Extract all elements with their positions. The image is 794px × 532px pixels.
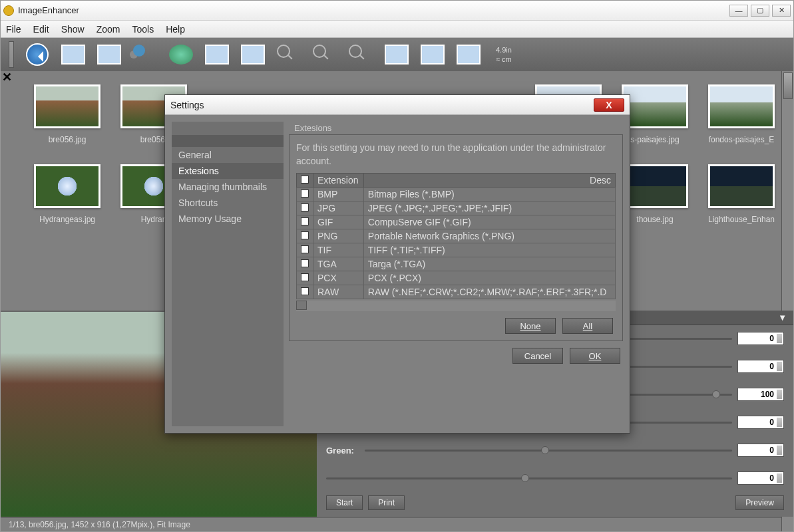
col-checkbox[interactable]	[297, 174, 313, 188]
value-3[interactable]: 100	[737, 388, 784, 401]
menu-zoom[interactable]: Zoom	[97, 24, 120, 35]
settings-main: Extesions For this setting you may need …	[289, 122, 623, 426]
close-button[interactable]: ✕	[772, 5, 791, 17]
prev-button[interactable]	[202, 41, 232, 68]
start-button[interactable]: Start	[326, 495, 363, 510]
frame2-button[interactable]	[417, 41, 448, 68]
thumbnail-label: s-paisajes.jpg	[630, 135, 679, 144]
row-description: JPEG (*.JPG;*.JPEG;*.JPE;*.JFIF)	[363, 201, 615, 215]
row-checkbox[interactable]	[297, 215, 313, 229]
preview-button[interactable]	[166, 41, 196, 68]
frame-icon	[385, 45, 409, 65]
statusbar: 1/13, bre056.jpg, 1452 x 916 (1,27Mpix.)…	[1, 517, 793, 531]
table-row[interactable]: PCXPCX (*.PCX)	[297, 271, 616, 285]
zoom-in-button[interactable]	[309, 41, 340, 68]
dialog-close-button[interactable]: X	[594, 98, 624, 112]
nav-memory[interactable]: Memory Usage	[172, 211, 284, 227]
menu-help[interactable]: Help	[166, 24, 185, 35]
settings-dialog: Settings X General Extesions Managing th…	[164, 94, 630, 434]
menu-tools[interactable]: Tools	[132, 24, 154, 35]
next-button[interactable]	[238, 41, 268, 68]
scrollbar-thumb[interactable]	[783, 72, 793, 99]
zoom-fit-button[interactable]	[274, 41, 304, 68]
thumbnail-image[interactable]	[708, 164, 775, 208]
preview-button-lower[interactable]: Preview	[735, 495, 784, 510]
slider-green[interactable]	[365, 450, 732, 452]
value-6[interactable]: 0	[737, 471, 784, 485]
magnifier-plus-icon	[313, 45, 337, 65]
all-button[interactable]: All	[562, 318, 613, 334]
thumbnail-cell[interactable]: bre056.jpg	[34, 84, 100, 144]
magnifier-minus-icon	[349, 45, 373, 65]
row-description: Targa (*.TGA)	[363, 257, 615, 271]
table-row[interactable]: BMPBitmap Files (*.BMP)	[297, 188, 616, 201]
add-image-button[interactable]	[58, 41, 89, 68]
value-2[interactable]: 0	[737, 360, 784, 373]
settings-button[interactable]	[130, 41, 160, 68]
row-checkbox[interactable]	[297, 201, 313, 215]
magnifier-icon	[277, 45, 301, 65]
row-checkbox[interactable]	[297, 229, 313, 243]
nav-extensions[interactable]: Extesions	[172, 163, 284, 179]
minimize-button[interactable]: —	[729, 5, 748, 17]
thumbnail-image[interactable]	[622, 164, 688, 208]
thumbnail-label: bre056.jpg	[49, 135, 87, 144]
row-description: Bitmap Files (*.BMP)	[363, 188, 615, 201]
thumbnail-cell[interactable]: fondos-paisajes_E	[708, 84, 775, 144]
ok-button[interactable]: OK	[570, 348, 620, 364]
print-button[interactable]: Print	[368, 495, 405, 510]
thumbnail-cell[interactable]: Lighthouse_Enhan	[708, 164, 775, 224]
row-checkbox[interactable]	[297, 285, 313, 299]
row-checkbox[interactable]	[297, 243, 313, 257]
none-button[interactable]: None	[505, 318, 556, 334]
col-description[interactable]: Desc	[363, 174, 615, 188]
thumbnail-cell[interactable]: Hydrangeas.jpg	[34, 164, 100, 224]
collapse-icon: ▼	[778, 313, 787, 323]
back-button[interactable]	[22, 41, 53, 68]
maximize-button[interactable]: ▢	[751, 5, 769, 17]
row-description: RAW (*.NEF;*.CRW;*.CR2;*.MRW;*.RAF;*.ERF…	[363, 285, 615, 299]
settings-nav: General Extesions Managing thumbnails Sh…	[172, 122, 284, 426]
scrollbar-thumb[interactable]	[296, 301, 307, 310]
value-1[interactable]: 0	[737, 332, 784, 345]
close-panel-icon[interactable]: ✕	[2, 70, 12, 84]
table-row[interactable]: PNGPortable Network Graphics (*.PNG)	[297, 229, 616, 243]
thumbnail-image[interactable]	[34, 84, 100, 128]
thumbnail-label: fondos-paisajes_E	[709, 135, 775, 144]
window-controls: — ▢ ✕	[729, 5, 791, 17]
value-green[interactable]: 0	[737, 444, 784, 457]
thumbnails-scrollbar[interactable]	[781, 71, 793, 311]
table-row[interactable]: RAWRAW (*.NEF;*.CRW;*.CR2;*.MRW;*.RAF;*.…	[297, 285, 616, 299]
remove-image-button[interactable]	[94, 41, 124, 68]
table-hscrollbar[interactable]	[296, 301, 616, 311]
table-row[interactable]: GIFCompuServe GIF (*.GIF)	[297, 215, 616, 229]
thumbnail-image[interactable]	[34, 164, 100, 208]
row-checkbox[interactable]	[297, 271, 313, 285]
slider-6[interactable]	[326, 477, 732, 479]
thumbnail-image[interactable]	[708, 84, 775, 128]
value-4[interactable]: 0	[737, 416, 784, 429]
cancel-button[interactable]: Cancel	[512, 348, 563, 364]
table-row[interactable]: TIFTIFF (*.TIF;*.TIFF)	[297, 243, 616, 257]
thumbnail-right-icon	[241, 45, 265, 65]
col-extension[interactable]: Extension	[313, 174, 364, 188]
thumbnail-cell[interactable]: s-paisajes.jpg	[622, 84, 688, 144]
menu-show[interactable]: Show	[61, 24, 85, 35]
row-extension: JPG	[313, 201, 364, 215]
gear-icon	[133, 45, 157, 65]
thumbnail-image[interactable]	[622, 84, 688, 128]
table-row[interactable]: TGATarga (*.TGA)	[297, 257, 616, 271]
menu-file[interactable]: File	[6, 24, 21, 35]
nav-general[interactable]: General	[172, 147, 284, 163]
frame1-button[interactable]	[381, 41, 412, 68]
table-row[interactable]: JPGJPEG (*.JPG;*.JPEG;*.JPE;*.JFIF)	[297, 201, 616, 215]
row-extension: GIF	[313, 215, 364, 229]
menu-edit[interactable]: Edit	[33, 24, 49, 35]
row-checkbox[interactable]	[297, 257, 313, 271]
thumbnail-cell[interactable]: thouse.jpg	[622, 164, 688, 224]
nav-shortcuts[interactable]: Shortcuts	[172, 195, 284, 211]
frame3-button[interactable]	[453, 41, 484, 68]
zoom-out-button[interactable]	[345, 41, 376, 68]
nav-thumbnails[interactable]: Managing thumbnails	[172, 179, 284, 195]
row-checkbox[interactable]	[297, 188, 313, 201]
